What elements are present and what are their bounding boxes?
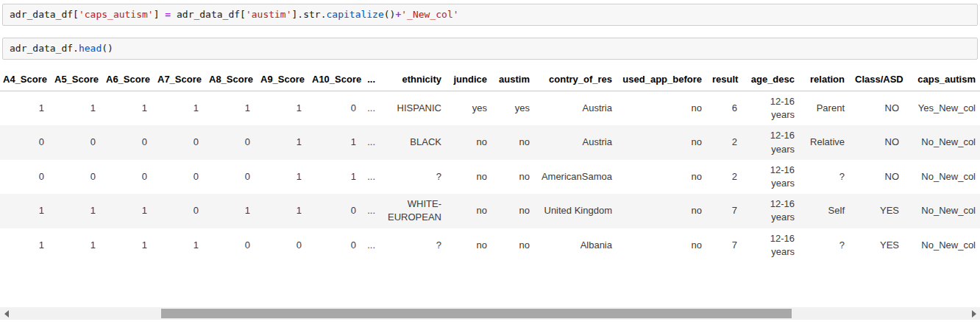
table-cell: NO — [852, 125, 906, 159]
column-header: ... — [363, 69, 383, 91]
table-cell: no — [449, 125, 494, 159]
column-header: A5_Score — [52, 69, 103, 91]
code-token-plain: [ — [73, 9, 79, 20]
table-cell: no — [494, 160, 537, 194]
table-cell: 1 — [52, 228, 103, 262]
table-cell: no — [494, 228, 537, 262]
table-cell: 12-16 years — [745, 125, 802, 159]
code-token-string: 'austim' — [246, 9, 292, 20]
column-header: used_app_before — [619, 69, 709, 91]
table-cell: 2 — [709, 125, 745, 159]
table-body: 1111110...HISPANICyesyesAustriano612-16 … — [0, 91, 980, 262]
table-cell: ... — [363, 91, 383, 126]
column-header: A4_Score — [0, 69, 52, 91]
code-token-op: = — [165, 9, 171, 20]
table-cell: 1 — [155, 228, 206, 262]
table-cell: no — [449, 160, 494, 194]
scroll-right-button[interactable] — [967, 307, 980, 320]
table-cell: Albania — [537, 228, 619, 262]
table-cell: 7 — [709, 194, 745, 228]
table-cell: 0 — [103, 125, 155, 159]
table-cell: YES — [852, 194, 906, 228]
table-row: 1111000...?nonoAlbaniano712-16 years?YES… — [0, 228, 980, 262]
table-cell: 1 — [52, 91, 103, 126]
table-cell: 1 — [309, 125, 363, 159]
table-cell: ? — [802, 228, 852, 262]
column-header: A6_Score — [103, 69, 155, 91]
table-cell: 1 — [206, 91, 258, 126]
table-cell: no — [449, 194, 494, 228]
code-cell-assignment[interactable]: adr_data_df['caps_autism'] = adr_data_df… — [2, 4, 978, 26]
table-cell: ? — [802, 160, 852, 194]
table-cell: HISPANIC — [383, 91, 449, 126]
code-token-plain: adr_data_df — [171, 9, 240, 20]
table-cell: Relative — [802, 125, 852, 159]
table-cell: 1 — [103, 194, 155, 228]
table-cell: 1 — [103, 91, 155, 126]
table-cell: yes — [449, 91, 494, 126]
table-cell: no — [619, 160, 709, 194]
table-cell: ... — [363, 228, 383, 262]
scrollbar-track[interactable] — [13, 307, 967, 320]
table-cell: Yes_New_col — [906, 91, 980, 126]
table-cell: no — [619, 194, 709, 228]
table-cell: 0 — [155, 194, 206, 228]
table-cell: NO — [852, 160, 906, 194]
table-cell: 1 — [206, 194, 258, 228]
horizontal-scrollbar[interactable] — [0, 307, 980, 320]
table-cell: 12-16 years — [745, 194, 802, 228]
table-cell: 0 — [0, 125, 52, 159]
column-header: Class/ASD — [852, 69, 906, 91]
table-cell: 1 — [0, 91, 52, 126]
column-header: age_desc — [745, 69, 802, 91]
table-cell: 0 — [52, 125, 103, 159]
table-cell: 0 — [0, 160, 52, 194]
table-cell: 0 — [206, 160, 258, 194]
table-cell: ... — [363, 160, 383, 194]
column-header: result — [709, 69, 745, 91]
table-cell: Austria — [537, 125, 619, 159]
table-cell: 1 — [258, 194, 309, 228]
table-cell: 12-16 years — [745, 160, 802, 194]
table-row: 0000011...?nonoAmericanSamoano212-16 yea… — [0, 160, 980, 194]
table-cell: 0 — [155, 160, 206, 194]
table-cell: ? — [383, 228, 449, 262]
column-header: austim — [494, 69, 537, 91]
table-header-row: A4_ScoreA5_ScoreA6_ScoreA7_ScoreA8_Score… — [0, 69, 980, 91]
scrollbar-thumb[interactable] — [161, 309, 792, 318]
scroll-right-icon — [972, 310, 976, 318]
table-cell: No_New_col — [906, 194, 980, 228]
table-cell: no — [619, 91, 709, 126]
table-cell: 1 — [309, 160, 363, 194]
table-cell: 1 — [155, 91, 206, 126]
table-cell: no — [494, 194, 537, 228]
code-token-plain: adr_data_df — [10, 9, 73, 20]
table-cell: no — [619, 125, 709, 159]
column-header: A10_Score — [309, 69, 363, 91]
table-cell: AmericanSamoa — [537, 160, 619, 194]
table-cell: no — [494, 125, 537, 159]
table-cell: 12-16 years — [745, 91, 802, 126]
table-row: 0000011...BLACKnonoAustriano212-16 years… — [0, 125, 980, 159]
table-cell: 0 — [309, 91, 363, 126]
table-cell: No_New_col — [906, 160, 980, 194]
dataframe-table: A4_ScoreA5_ScoreA6_ScoreA7_ScoreA8_Score… — [0, 69, 980, 262]
table-cell: United Kingdom — [537, 194, 619, 228]
code-token-func: head — [79, 43, 102, 54]
table-cell: 0 — [155, 125, 206, 159]
table-cell: 2 — [709, 160, 745, 194]
column-header: A8_Score — [206, 69, 258, 91]
table-cell: 1 — [258, 160, 309, 194]
table-cell: No_New_col — [906, 125, 980, 159]
table-cell: 0 — [103, 160, 155, 194]
table-cell: Austria — [537, 91, 619, 126]
scroll-left-button[interactable] — [0, 307, 13, 320]
table-row: 1111110...HISPANICyesyesAustriano612-16 … — [0, 91, 980, 126]
table-cell: no — [449, 228, 494, 262]
code-cell-head[interactable]: adr_data_df.head() — [2, 38, 978, 60]
code-token-func: capitalize — [327, 9, 384, 20]
table-cell: Parent — [802, 91, 852, 126]
dataframe-header: A4_ScoreA5_ScoreA6_ScoreA7_ScoreA8_Score… — [0, 69, 980, 91]
table-cell: no — [619, 228, 709, 262]
table-cell: 1 — [103, 228, 155, 262]
